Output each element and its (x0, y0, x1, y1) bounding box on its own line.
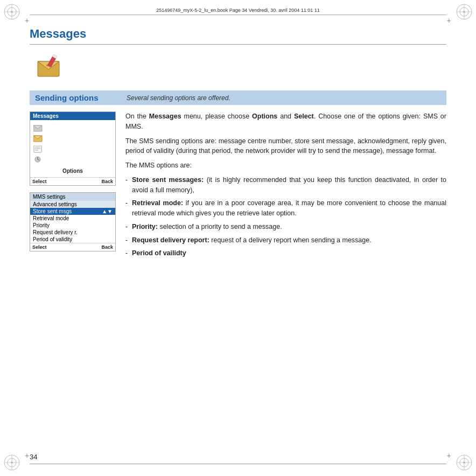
bottom-rule (30, 464, 446, 464)
phone-icon-4 (33, 155, 113, 164)
mms-item-store: Store sent msgs ▲▼ (30, 208, 115, 215)
left-column: Messages (30, 111, 116, 262)
svg-point-9 (463, 11, 465, 13)
mms-item-period: Period of validity (30, 236, 115, 243)
section-header: Sending options Several sending options … (30, 90, 446, 105)
options-label: Options (33, 168, 113, 174)
right-column: On the Messages menu, please choose Opti… (125, 111, 446, 262)
corner-decoration-tr (454, 2, 474, 23)
mms-item-store-label: Store sent msgs (33, 208, 72, 214)
mms-item-request: Request delivery r. (30, 229, 115, 236)
phone-icon-box-2 (33, 135, 44, 143)
phone-select-btn-2[interactable]: Select (32, 244, 47, 250)
list-item-store: Store sent messages: (it is highly recom… (125, 175, 446, 195)
list-item-retrieval: Retrieval mode: if you are in a poor cov… (125, 198, 446, 219)
phone-back-btn-1[interactable]: Back (101, 179, 113, 184)
mms-item-advanced-label: Advanced settings (33, 201, 77, 207)
cross-mark-tl: + (25, 16, 29, 25)
phone-screen-mms: MMS settings Advanced settings Store sen… (30, 192, 116, 251)
list-item-period: Period of vailidty (125, 248, 446, 258)
phone-icon-box-3 (33, 145, 44, 153)
phone-icon-box-1 (33, 124, 44, 133)
phone-screen-messages-body: Options (30, 120, 115, 177)
phone-select-btn-1[interactable]: Select (32, 179, 47, 184)
mms-header: MMS settings (30, 193, 115, 201)
paragraph-1: On the Messages menu, please choose Opti… (125, 111, 446, 132)
list-item-request: Request delivery report: request of a de… (125, 235, 446, 246)
list-term-store: Store sent messages: (132, 176, 204, 184)
main-content: Messages Sending options Several sending… (30, 27, 446, 449)
section-header-subtitle: Several sending options are offered. (127, 94, 230, 102)
mms-options-list: Store sent messages: (it is highly recom… (125, 175, 446, 258)
list-term-request: Request delivery report: (132, 236, 209, 244)
book-reference: 251496749_myX-5-2_lu_en.book Page 34 Ven… (156, 8, 320, 13)
svg-point-19 (463, 461, 465, 464)
svg-rect-29 (34, 145, 41, 152)
phone-screen-messages: Messages (30, 111, 116, 186)
bold-options: Options (252, 113, 277, 120)
svg-point-4 (11, 11, 13, 13)
list-desc-request: request of a delivery report when sendin… (211, 236, 371, 244)
paragraph-3: The MMS options are: (125, 160, 446, 171)
phone-icon-row (33, 122, 113, 166)
phone-screen-2-buttons: Select Back (30, 243, 115, 251)
phone-icon-box-4 (33, 155, 44, 164)
section-header-title: Sending options (35, 93, 121, 102)
mms-item-advanced: Advanced settings (30, 201, 115, 208)
corner-decoration-tl (2, 2, 22, 23)
page-number: 34 (30, 453, 37, 461)
mms-item-priority: Priority (30, 222, 115, 229)
list-term-priority: Priority: (132, 223, 158, 230)
phone-screen-1-buttons: Select Back (30, 177, 115, 185)
page-title: Messages (30, 27, 446, 45)
icon-area (30, 53, 446, 82)
list-term-retrieval: Retrieval mode: (132, 199, 183, 207)
cross-mark-bl: + (25, 451, 29, 460)
phone-icon-1 (33, 124, 113, 133)
phone-icon-3 (33, 145, 113, 153)
content-row: Messages (30, 111, 446, 262)
cross-mark-tr: + (447, 16, 451, 25)
phone-screen-messages-header: Messages (30, 112, 115, 120)
top-bar: 251496749_myX-5-2_lu_en.book Page 34 Ven… (30, 5, 446, 15)
phone-icon-2 (33, 135, 113, 143)
phone-back-btn-2[interactable]: Back (101, 244, 113, 250)
bold-messages: Messages (149, 113, 181, 120)
messages-icon (35, 53, 67, 80)
mms-scroll-arrow: ▲▼ (102, 208, 113, 214)
corner-decoration-bl (2, 453, 22, 474)
list-desc-priority: selection of a priority to send a messag… (159, 223, 282, 230)
cross-mark-br: + (447, 451, 451, 460)
list-item-priority: Priority: selection of a priority to sen… (125, 222, 446, 232)
svg-point-14 (11, 461, 13, 464)
corner-decoration-br (454, 453, 474, 474)
bold-select: Select (294, 113, 314, 120)
mms-item-retrieval: Retrieval mode (30, 215, 115, 222)
list-term-period: Period of vailidty (132, 249, 186, 257)
paragraph-2: The SMS sending options are: message cen… (125, 136, 446, 157)
